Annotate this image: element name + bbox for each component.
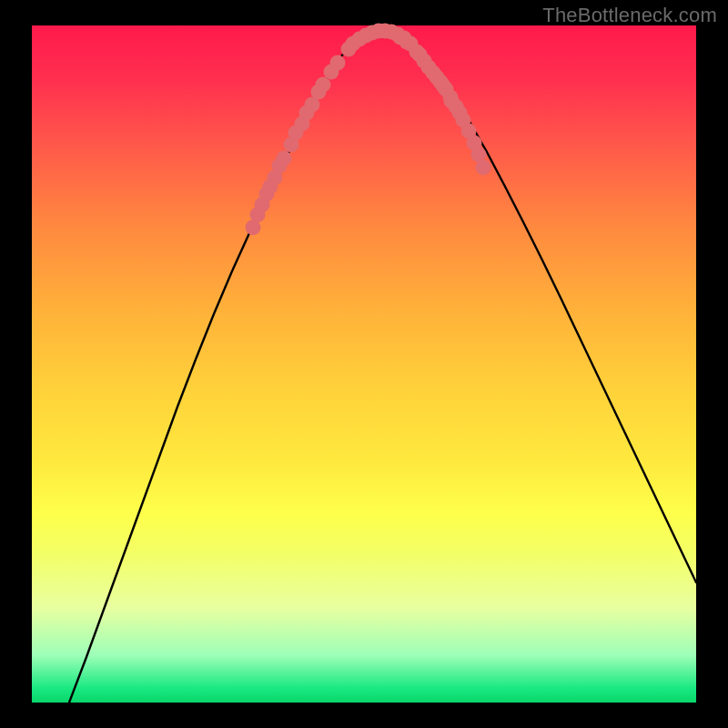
curve-marker bbox=[250, 207, 266, 223]
marker-group bbox=[246, 24, 491, 236]
curve-marker bbox=[412, 47, 428, 63]
bottleneck-curve bbox=[69, 29, 696, 703]
curve-marker bbox=[299, 106, 315, 121]
chart-frame: TheBottleneck.com bbox=[0, 0, 728, 728]
curve-marker bbox=[272, 158, 288, 174]
watermark-text: TheBottleneck.com bbox=[542, 4, 717, 27]
curve-marker bbox=[476, 160, 491, 176]
bottleneck-curve-svg bbox=[32, 25, 696, 703]
curve-marker bbox=[433, 75, 449, 90]
curve-marker bbox=[311, 85, 327, 100]
curve-marker bbox=[393, 30, 409, 46]
curve-marker bbox=[324, 65, 339, 80]
curve-marker bbox=[263, 179, 278, 195]
curve-marker bbox=[444, 94, 460, 109]
curve-marker bbox=[288, 126, 304, 141]
plot-area bbox=[32, 25, 696, 703]
